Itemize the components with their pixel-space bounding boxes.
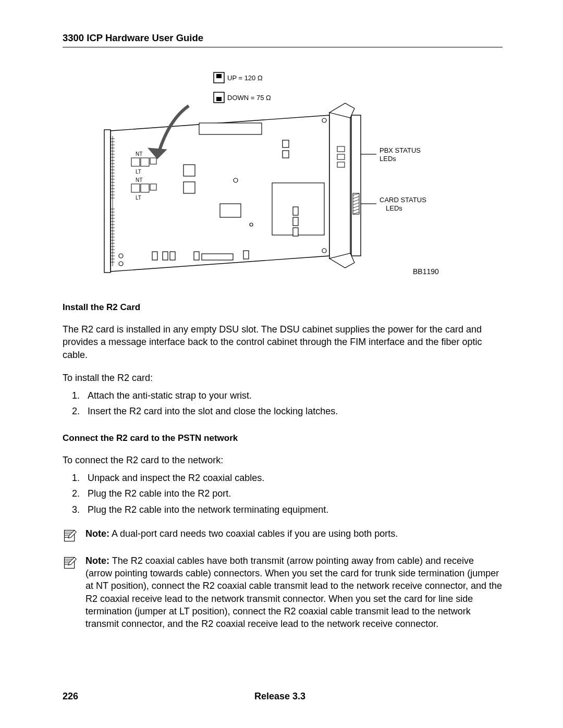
svg-rect-5 bbox=[329, 113, 350, 258]
note-icon bbox=[63, 528, 77, 543]
note-2: Note: The R2 coaxial cables have both tr… bbox=[63, 554, 503, 631]
r2-card-figure: UP = 120 Ω DOWN = 75 Ω bbox=[100, 68, 465, 287]
note-label: Note: bbox=[85, 556, 109, 566]
install-paragraph-1: The R2 card is installed in any empty DS… bbox=[63, 323, 503, 361]
pbx-leds-label: LEDs bbox=[380, 155, 396, 163]
note-body: A dual-port card needs two coaxial cable… bbox=[109, 528, 398, 539]
svg-rect-24 bbox=[194, 252, 199, 260]
switch-up-label: UP = 120 Ω bbox=[227, 74, 263, 82]
svg-rect-25 bbox=[202, 254, 233, 260]
lt-label-1: LT bbox=[136, 169, 141, 175]
note-body: The R2 coaxial cables have both transmit… bbox=[85, 556, 502, 629]
pbx-status-label: PBX STATUS bbox=[380, 146, 421, 154]
install-steps: Attach the anti-static strap to your wri… bbox=[63, 389, 503, 418]
svg-rect-26 bbox=[243, 251, 249, 259]
list-item: Insert the R2 card into the slot and clo… bbox=[82, 405, 503, 417]
svg-rect-29 bbox=[283, 151, 289, 158]
lt-label-2: LT bbox=[136, 195, 141, 201]
svg-rect-32 bbox=[293, 228, 298, 236]
svg-rect-39 bbox=[337, 162, 345, 167]
svg-rect-15 bbox=[199, 123, 262, 134]
list-item: Plug the R2 cable into the network termi… bbox=[82, 503, 503, 516]
connect-heading: Connect the R2 card to the PSTN network bbox=[63, 433, 503, 445]
nt-label-1: NT bbox=[136, 151, 142, 157]
card-leds-label: LEDs bbox=[386, 204, 402, 212]
nt-label-2: NT bbox=[136, 177, 142, 183]
svg-rect-30 bbox=[293, 207, 298, 215]
svg-rect-4 bbox=[104, 130, 111, 273]
svg-rect-11 bbox=[150, 158, 156, 164]
page-number: 226 bbox=[63, 691, 78, 702]
note-icon bbox=[63, 556, 77, 570]
svg-rect-16 bbox=[183, 165, 195, 176]
svg-rect-6 bbox=[351, 115, 361, 256]
svg-rect-28 bbox=[283, 140, 289, 147]
install-heading: Install the R2 Card bbox=[63, 302, 503, 314]
header-rule bbox=[63, 47, 503, 47]
card-status-label: CARD STATUS bbox=[380, 196, 426, 204]
note-text: Note: A dual-port card needs two coaxial… bbox=[85, 527, 503, 540]
svg-rect-22 bbox=[163, 252, 168, 260]
svg-rect-10 bbox=[141, 158, 149, 166]
svg-rect-3 bbox=[216, 97, 222, 101]
note-1: Note: A dual-port card needs two coaxial… bbox=[63, 527, 503, 543]
note-text: Note: The R2 coaxial cables have both tr… bbox=[85, 554, 503, 631]
switch-down-label: DOWN = 75 Ω bbox=[227, 94, 271, 102]
svg-rect-9 bbox=[131, 158, 140, 166]
svg-rect-37 bbox=[337, 146, 345, 152]
svg-rect-19 bbox=[220, 204, 241, 217]
list-item: Attach the anti-static strap to your wri… bbox=[82, 389, 503, 402]
list-item: Unpack and inspect the R2 coaxial cables… bbox=[82, 472, 503, 484]
svg-rect-21 bbox=[152, 252, 157, 260]
svg-rect-14 bbox=[150, 184, 156, 190]
page-footer: 226 Release 3.3 bbox=[63, 691, 503, 702]
document-header: 3300 ICP Hardware User Guide bbox=[63, 32, 503, 44]
svg-rect-17 bbox=[183, 182, 195, 193]
connect-paragraph-1: To connect the R2 card to the network: bbox=[63, 454, 503, 466]
page: 3300 ICP Hardware User Guide UP = 120 Ω … bbox=[0, 0, 563, 728]
connect-steps: Unpack and inspect the R2 coaxial cables… bbox=[63, 472, 503, 516]
install-paragraph-2: To install the R2 card: bbox=[63, 372, 503, 384]
svg-rect-13 bbox=[141, 184, 149, 192]
svg-rect-23 bbox=[170, 252, 175, 260]
svg-rect-31 bbox=[293, 217, 298, 226]
svg-rect-12 bbox=[131, 184, 140, 192]
svg-rect-38 bbox=[337, 154, 345, 159]
figure-ref: BB1190 bbox=[413, 267, 439, 276]
note-label: Note: bbox=[85, 528, 109, 539]
release-label: Release 3.3 bbox=[254, 691, 305, 702]
list-item: Plug the R2 cable into the R2 port. bbox=[82, 487, 503, 500]
svg-rect-1 bbox=[216, 74, 222, 78]
